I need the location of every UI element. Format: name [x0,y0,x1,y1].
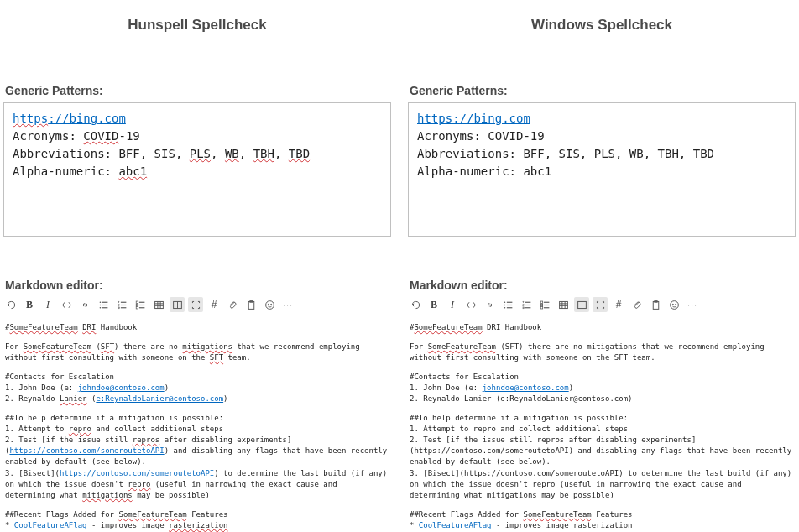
view-mode-icon[interactable] [170,297,185,312]
windows-title: Windows Spellcheck [408,17,796,34]
italic-icon[interactable]: I [445,297,460,312]
svg-rect-33 [543,307,549,308]
md-toolbar: B I # ··· [408,297,796,312]
bold-icon[interactable]: B [426,297,441,312]
bullet-list-icon[interactable] [96,297,111,312]
svg-rect-34 [540,301,542,303]
url-protocol: https [13,112,48,125]
more-icon[interactable]: ··· [685,297,700,312]
markdown-editor-label: Markdown editor: [3,279,391,292]
number-list-icon[interactable] [519,297,534,312]
svg-rect-8 [120,307,126,308]
svg-rect-12 [136,301,138,303]
svg-rect-7 [120,304,126,305]
svg-rect-28 [525,301,530,302]
code-icon[interactable] [463,297,478,312]
code-icon[interactable] [59,297,74,312]
fullscreen-icon[interactable] [593,297,608,312]
svg-point-41 [670,300,678,309]
svg-rect-9 [138,301,144,302]
svg-rect-13 [136,304,138,305]
svg-rect-39 [653,301,659,309]
svg-rect-10 [138,304,144,305]
undo-icon[interactable] [3,297,18,312]
table-icon[interactable] [151,297,166,312]
svg-rect-36 [540,306,542,308]
link-icon[interactable] [482,297,497,312]
checklist-icon[interactable] [537,297,552,312]
clipboard-icon[interactable] [243,297,258,312]
svg-point-1 [99,304,101,305]
svg-rect-32 [543,304,549,305]
svg-point-20 [268,304,269,305]
svg-rect-27 [506,307,512,308]
hunspell-column: Hunspell Spellcheck Generic Patterns: ht… [3,0,391,532]
svg-point-43 [675,304,676,305]
link-icon[interactable] [77,297,92,312]
hash-icon[interactable]: # [206,297,222,312]
svg-rect-6 [120,301,126,302]
undo-icon[interactable] [408,297,423,312]
markdown-textarea[interactable]: #SomeFeatureTeam DRI Handbook For SomeFe… [408,321,796,532]
emoji-icon[interactable] [666,297,682,312]
clipboard-icon[interactable] [648,297,663,312]
md-toolbar: B I # ··· [3,297,391,312]
svg-rect-14 [136,306,138,308]
svg-point-22 [504,301,505,303]
svg-rect-31 [543,301,549,302]
windows-column: Windows Spellcheck Generic Patterns: htt… [408,0,796,532]
generic-patterns-textarea[interactable]: https://bing.com Acronyms: COVID-19 Abbr… [3,102,391,237]
emoji-icon[interactable] [262,297,277,312]
svg-point-23 [504,304,505,305]
view-mode-icon[interactable] [574,297,589,312]
number-list-icon[interactable] [114,297,129,312]
svg-point-42 [672,304,673,305]
svg-rect-25 [506,301,512,302]
markdown-editor-label: Markdown editor: [408,279,796,292]
bold-icon[interactable]: B [22,297,37,312]
svg-rect-5 [102,307,107,308]
generic-patterns-label: Generic Patterns: [408,84,796,97]
svg-rect-29 [525,304,530,305]
svg-point-0 [99,301,101,303]
url-rest: ://bing.com [48,112,126,125]
svg-rect-15 [154,301,163,308]
svg-rect-37 [559,301,567,308]
svg-rect-35 [540,304,542,305]
svg-point-2 [99,306,101,308]
checklist-icon[interactable] [133,297,148,312]
markdown-textarea[interactable]: #SomeFeatureTeam DRI Handbook For SomeFe… [3,321,391,532]
hash-icon[interactable]: # [611,297,626,312]
hunspell-title: Hunspell Spellcheck [3,17,391,34]
table-icon[interactable] [556,297,571,312]
covid-text: COVID [83,129,118,143]
generic-patterns-textarea[interactable]: https://bing.com Acronyms: COVID-19 Abbr… [408,102,796,237]
generic-patterns-label: Generic Patterns: [3,84,391,97]
url-text: https://bing.com [417,112,530,125]
italic-icon[interactable]: I [40,297,55,312]
attachment-icon[interactable] [225,297,240,312]
svg-point-21 [270,304,271,305]
attachment-icon[interactable] [629,297,645,312]
more-icon[interactable]: ··· [280,297,295,312]
svg-point-19 [265,300,274,309]
fullscreen-icon[interactable] [188,297,203,312]
abc1-text: abc1 [118,164,147,178]
svg-rect-4 [102,304,107,305]
bullet-list-icon[interactable] [500,297,515,312]
svg-rect-26 [506,304,512,305]
svg-point-24 [504,306,505,308]
svg-rect-11 [138,307,144,308]
svg-rect-3 [102,301,107,302]
svg-rect-30 [525,307,530,308]
svg-rect-17 [248,301,254,309]
